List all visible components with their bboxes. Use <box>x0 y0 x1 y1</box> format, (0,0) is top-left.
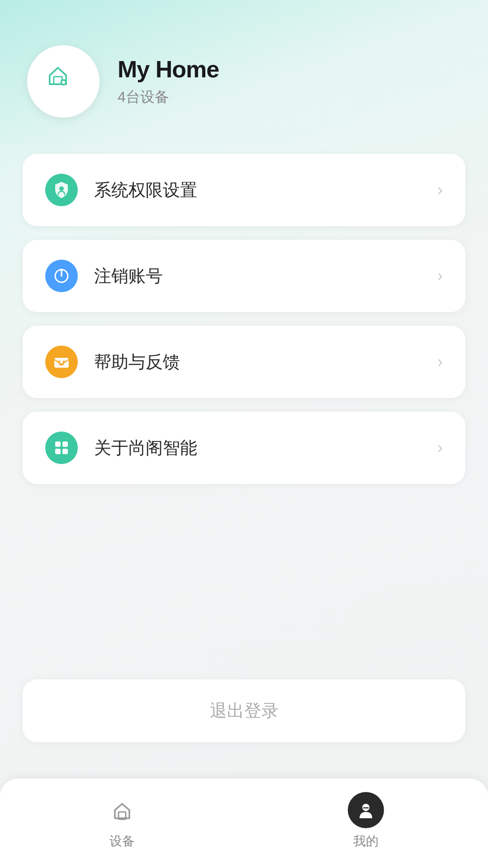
about-item[interactable]: 关于尚阁智能 › <box>23 412 465 484</box>
logout-section: 退出登录 <box>0 679 488 742</box>
cancel-account-label: 注销账号 <box>94 265 421 288</box>
mine-icon-circle <box>348 792 384 828</box>
grid-icon <box>52 438 71 458</box>
content-section: 系统权限设置 › 注销账号 › <box>0 145 488 579</box>
about-card[interactable]: 关于尚阁智能 › <box>23 412 465 484</box>
power-icon <box>52 266 71 286</box>
header: My Home 4台设备 <box>0 0 488 145</box>
svg-rect-6 <box>54 358 69 368</box>
cancel-account-chevron: › <box>437 266 443 285</box>
nav-mine[interactable]: 我的 <box>244 792 488 850</box>
about-chevron: › <box>437 438 443 457</box>
spacer <box>0 579 488 675</box>
svg-rect-11 <box>55 449 61 454</box>
svg-rect-12 <box>62 449 68 454</box>
svg-rect-10 <box>62 441 68 447</box>
grid-icon-wrapper <box>45 432 78 464</box>
home-info: My Home 4台设备 <box>118 56 219 107</box>
shield-icon-wrapper <box>45 174 78 206</box>
about-label: 关于尚阁智能 <box>94 436 421 460</box>
svg-rect-13 <box>118 812 126 818</box>
system-permissions-label: 系统权限设置 <box>94 179 421 202</box>
devices-nav-label: 设备 <box>109 833 135 850</box>
svg-point-2 <box>62 81 65 84</box>
logout-label: 退出登录 <box>210 699 279 722</box>
system-permissions-chevron: › <box>437 180 443 199</box>
home-icon <box>45 63 81 100</box>
svg-point-3 <box>59 186 64 191</box>
devices-icon <box>109 797 135 823</box>
svg-rect-9 <box>55 441 61 447</box>
devices-icon-circle <box>104 792 140 828</box>
mine-nav-label: 我的 <box>353 833 379 850</box>
cancel-account-card[interactable]: 注销账号 › <box>23 240 465 312</box>
svg-point-8 <box>63 360 65 362</box>
cancel-account-item[interactable]: 注销账号 › <box>23 240 465 312</box>
shield-icon <box>52 180 71 200</box>
home-avatar <box>27 45 99 118</box>
bottom-spacer <box>0 742 488 778</box>
help-feedback-chevron: › <box>437 352 443 371</box>
help-feedback-card[interactable]: 帮助与反馈 › <box>23 326 465 398</box>
home-title: My Home <box>118 56 219 83</box>
system-permissions-item[interactable]: 系统权限设置 › <box>23 154 465 226</box>
svg-point-7 <box>58 360 60 362</box>
mail-icon-wrapper <box>45 346 78 378</box>
logout-button[interactable]: 退出登录 <box>23 679 465 742</box>
profile-icon <box>353 797 379 823</box>
mail-icon <box>52 352 71 372</box>
power-icon-wrapper <box>45 260 78 292</box>
bottom-nav: 设备 我的 <box>0 778 488 868</box>
system-permissions-card[interactable]: 系统权限设置 › <box>23 154 465 226</box>
help-feedback-label: 帮助与反馈 <box>94 351 421 374</box>
device-count: 4台设备 <box>118 87 219 107</box>
help-feedback-item[interactable]: 帮助与反馈 › <box>23 326 465 398</box>
nav-devices[interactable]: 设备 <box>0 792 244 850</box>
